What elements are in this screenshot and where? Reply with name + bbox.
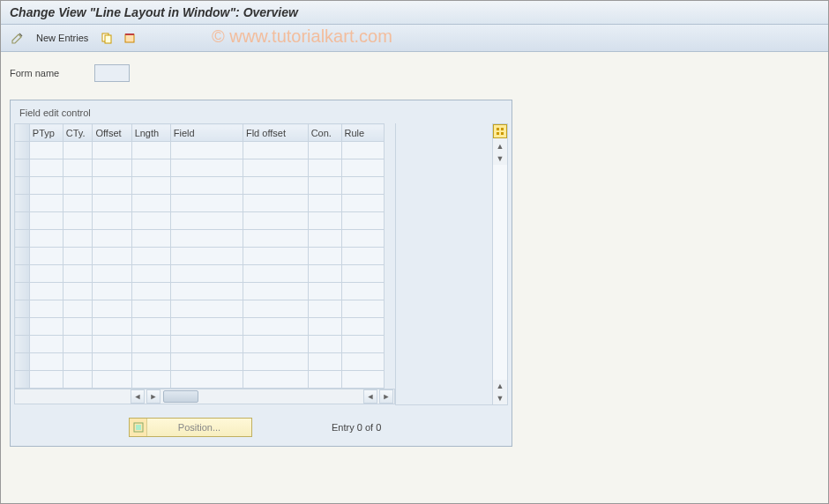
row-header[interactable] [15, 300, 30, 318]
row-header[interactable] [15, 142, 30, 159]
grid-cell[interactable] [93, 248, 131, 265]
grid-cell[interactable] [243, 177, 308, 195]
row-header[interactable] [15, 248, 30, 265]
table-row[interactable] [15, 195, 385, 212]
grid-cell[interactable] [170, 300, 243, 318]
grid-cell[interactable] [170, 159, 243, 177]
row-header[interactable] [15, 283, 30, 300]
grid-cell[interactable] [63, 300, 93, 318]
table-row[interactable] [15, 248, 385, 265]
grid-cell[interactable] [170, 248, 243, 265]
grid-cell[interactable] [341, 177, 384, 195]
grid-cell[interactable] [308, 371, 341, 389]
grid-cell[interactable] [341, 248, 384, 265]
row-header[interactable] [15, 212, 30, 230]
grid-cell[interactable] [243, 159, 308, 177]
grid-cell[interactable] [341, 283, 384, 300]
grid-cell[interactable] [63, 142, 93, 159]
table-row[interactable] [15, 336, 385, 353]
table-row[interactable] [15, 283, 385, 300]
grid-cell[interactable] [93, 283, 131, 300]
table-row[interactable] [15, 300, 385, 318]
grid-cell[interactable] [170, 212, 243, 230]
grid-cell[interactable] [341, 142, 384, 159]
grid-cell[interactable] [308, 283, 341, 300]
grid-cell[interactable] [243, 300, 308, 318]
grid-cell[interactable] [308, 353, 341, 371]
grid-cell[interactable] [170, 353, 243, 371]
grid-cell[interactable] [63, 371, 93, 389]
grid-cell[interactable] [308, 230, 341, 248]
col-con[interactable]: Con. [308, 124, 341, 142]
grid-cell[interactable] [243, 353, 308, 371]
grid-cell[interactable] [308, 177, 341, 195]
hscroll-right-icon[interactable]: ► [146, 389, 161, 404]
table-row[interactable] [15, 212, 385, 230]
grid-cell[interactable] [63, 212, 93, 230]
grid-cell[interactable] [243, 248, 308, 265]
col-fldoffset[interactable]: Fld offset [243, 124, 308, 142]
grid-cell[interactable] [243, 212, 308, 230]
grid-cell[interactable] [341, 265, 384, 283]
row-header[interactable] [15, 336, 30, 353]
grid-cell[interactable] [131, 177, 170, 195]
grid-cell[interactable] [131, 195, 170, 212]
new-entries-button[interactable]: New Entries [33, 31, 92, 45]
grid-cell[interactable] [131, 159, 170, 177]
grid-cell[interactable] [63, 353, 93, 371]
col-ptyp[interactable]: PTyp [29, 124, 63, 142]
grid-cell[interactable] [63, 177, 93, 195]
grid-cell[interactable] [63, 195, 93, 212]
grid-cell[interactable] [131, 318, 170, 336]
grid-cell[interactable] [93, 371, 131, 389]
delete-icon[interactable] [122, 30, 138, 46]
table-row[interactable] [15, 159, 385, 177]
grid-cell[interactable] [131, 265, 170, 283]
grid-cell[interactable] [63, 265, 93, 283]
position-button[interactable]: Position... [129, 418, 252, 437]
grid-cell[interactable] [63, 159, 93, 177]
grid-cell[interactable] [131, 300, 170, 318]
grid-cell[interactable] [243, 371, 308, 389]
grid-cell[interactable] [29, 230, 63, 248]
row-header[interactable] [15, 230, 30, 248]
grid-cell[interactable] [63, 283, 93, 300]
grid-cell[interactable] [243, 318, 308, 336]
grid-cell[interactable] [131, 230, 170, 248]
scroll-up2-icon[interactable]: ▲ [494, 380, 506, 392]
grid-cell[interactable] [341, 318, 384, 336]
grid-cell[interactable] [308, 265, 341, 283]
grid-cell[interactable] [93, 195, 131, 212]
table-settings-icon[interactable] [493, 124, 507, 138]
row-header[interactable] [15, 195, 30, 212]
grid-cell[interactable] [63, 248, 93, 265]
grid-cell[interactable] [131, 353, 170, 371]
col-field[interactable]: Field [170, 124, 243, 142]
grid-cell[interactable] [170, 265, 243, 283]
scroll-down-icon[interactable]: ▼ [494, 152, 506, 165]
grid-cell[interactable] [29, 142, 63, 159]
grid-cell[interactable] [29, 248, 63, 265]
grid-cell[interactable] [308, 336, 341, 353]
hscroll-thumb[interactable] [163, 390, 198, 403]
table-row[interactable] [15, 371, 385, 389]
grid-cell[interactable] [93, 159, 131, 177]
change-icon[interactable] [10, 30, 26, 46]
grid-cell[interactable] [93, 318, 131, 336]
grid-cell[interactable] [170, 318, 243, 336]
grid-cell[interactable] [93, 353, 131, 371]
scroll-up-icon[interactable]: ▲ [494, 140, 506, 152]
table-row[interactable] [15, 230, 385, 248]
grid-cell[interactable] [170, 371, 243, 389]
grid-cell[interactable] [341, 371, 384, 389]
grid-cell[interactable] [131, 212, 170, 230]
grid-cell[interactable] [131, 142, 170, 159]
grid-cell[interactable] [170, 283, 243, 300]
grid-cell[interactable] [341, 336, 384, 353]
grid-cell[interactable] [93, 212, 131, 230]
grid-cell[interactable] [308, 195, 341, 212]
grid-cell[interactable] [131, 371, 170, 389]
grid-cell[interactable] [341, 353, 384, 371]
grid-cell[interactable] [29, 318, 63, 336]
col-offset[interactable]: Offset [93, 124, 131, 142]
